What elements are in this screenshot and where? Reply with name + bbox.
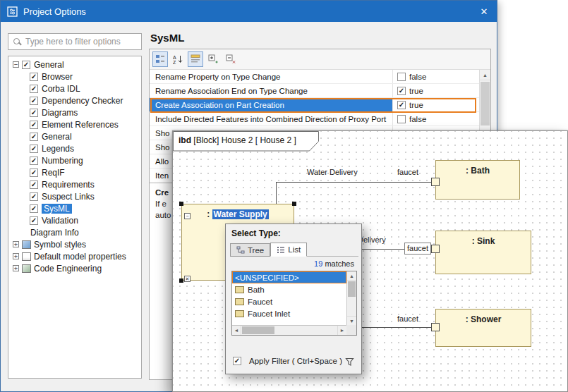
scrollbar-thumb[interactable] — [348, 281, 356, 297]
dialog-title: Project Options — [23, 6, 86, 17]
tree-item-corba-idl[interactable]: ✓Corba IDL — [8, 82, 141, 94]
selection-handle[interactable] — [179, 278, 183, 283]
checkbox-checked[interactable]: ✓ — [397, 87, 406, 95]
port-label-box[interactable]: faucet — [404, 243, 431, 255]
tree-item-general[interactable]: ✓General — [8, 130, 141, 142]
tree-item-requirements[interactable]: ✓Requirements — [8, 178, 141, 190]
group-by-category-icon[interactable] — [152, 51, 168, 67]
part-sink[interactable]: : Sink — [435, 231, 531, 274]
checkbox-checked[interactable]: ✓ — [30, 204, 38, 213]
checkbox-unchecked[interactable] — [397, 115, 406, 123]
list-item-bath[interactable]: Bath — [232, 283, 346, 295]
checkbox-checked[interactable]: ✓ — [30, 157, 38, 165]
tree-item-diagram-info[interactable]: Diagram Info — [8, 226, 141, 238]
scroll-up-icon[interactable]: ▲ — [480, 70, 490, 80]
option-name: Include Directed Features into Combined … — [150, 112, 392, 125]
scroll-left-icon[interactable]: ◄ — [232, 326, 241, 335]
filter-funnel-icon[interactable] — [345, 357, 354, 369]
sort-alphabetically-icon[interactable]: AZ — [170, 51, 186, 67]
selection-handle[interactable] — [292, 202, 296, 206]
checkbox-checked[interactable]: ✓ — [30, 97, 38, 105]
list-horizontal-scrollbar[interactable]: ◄ ► — [232, 325, 346, 335]
tree-item-dependency-checker[interactable]: ✓Dependency Checker — [8, 94, 141, 106]
show-description-icon[interactable] — [188, 51, 203, 67]
tree-item-suspect-links[interactable]: ✓Suspect Links — [8, 190, 141, 202]
checkbox-checked[interactable]: ✓ — [30, 121, 38, 129]
part-bath[interactable]: : Bath — [435, 160, 520, 200]
checkbox-checked[interactable]: ✓ — [30, 169, 38, 177]
scrollbar-thumb[interactable] — [481, 82, 490, 125]
checkbox-checked[interactable]: ✓ — [30, 85, 38, 93]
tree-item-label: Element References — [42, 120, 119, 130]
expand-all-icon[interactable] — [205, 51, 221, 67]
port-label[interactable]: faucet — [397, 314, 418, 323]
table-row[interactable]: Rename Association End on Type Change ✓t… — [150, 84, 479, 98]
list-item-label: <UNSPECIFIED> — [235, 274, 299, 282]
table-row-selected[interactable]: Create Association on Part Creation ✓tru… — [150, 98, 479, 112]
tree-item-sysml-selected[interactable]: ✓SysML — [8, 202, 141, 214]
option-value: true — [409, 87, 423, 95]
tree-item-symbol-styles[interactable]: +Symbol styles — [8, 238, 141, 250]
port-label[interactable]: faucet — [397, 168, 418, 176]
selection-handle[interactable] — [179, 202, 183, 206]
diagram-window[interactable]: ibd [Block] House 2 [ House 2 ] Water De… — [172, 130, 568, 392]
list-item-unspecified[interactable]: <UNSPECIFIED> — [232, 271, 346, 283]
tree-item-label-selected: SysML — [42, 204, 72, 214]
tab-tree[interactable]: Tree — [230, 243, 270, 257]
filter-input[interactable] — [24, 36, 137, 47]
apply-filter-row[interactable]: ✓ Apply Filter ( Ctrl+Space ) — [233, 357, 342, 365]
checkbox-checked[interactable]: ✓ — [30, 133, 38, 141]
collapse-all-icon[interactable] — [223, 51, 238, 67]
close-icon[interactable]: ✕ — [471, 1, 497, 22]
checkbox-checked[interactable]: ✓ — [22, 61, 30, 69]
compartment-toggle-icon[interactable]: − — [184, 213, 191, 219]
diagram-name: [Block] House 2 [ House 2 ] — [191, 135, 296, 145]
tree-item-legends[interactable]: ✓Legends — [8, 142, 141, 154]
tree-item-default-model-properties[interactable]: +Default model properties — [8, 250, 141, 262]
filter-box[interactable] — [8, 33, 142, 50]
port-faucet-shower[interactable] — [431, 323, 440, 331]
checkbox-checked[interactable]: ✓ — [233, 357, 241, 365]
expand-expander-icon[interactable]: + — [13, 265, 19, 271]
scroll-up-icon[interactable]: ▲ — [347, 271, 356, 281]
table-row[interactable]: Rename Property on Type Change false — [150, 70, 479, 84]
expand-expander-icon[interactable]: + — [13, 253, 19, 259]
compartment-toggle-icon[interactable]: ✕ — [184, 276, 191, 282]
title-bar[interactable]: Project Options ✕ — [1, 1, 497, 22]
port-faucet-sink[interactable] — [431, 245, 440, 253]
select-type-dialog[interactable]: Select Type: Tree List 19 matches <UNSPE… — [225, 223, 362, 374]
connector-label[interactable]: Water Delivery — [307, 168, 358, 176]
list-item-faucet-inlet[interactable]: Faucet Inlet — [232, 307, 346, 319]
part-label: : Bath — [436, 166, 519, 176]
list-item-faucet[interactable]: Faucet — [232, 295, 346, 307]
tree-item-reqif[interactable]: ✓ReqIF — [8, 166, 141, 178]
tree-item-numbering[interactable]: ✓Numbering — [8, 154, 141, 166]
checkbox-checked[interactable]: ✓ — [30, 145, 38, 153]
list-vertical-scrollbar[interactable]: ▲ ▼ — [346, 271, 356, 325]
tree-item-code-engineering[interactable]: +Code Engineering — [8, 262, 141, 274]
part-name-editor[interactable]: : Water Supply — [182, 209, 294, 219]
port-faucet-bath[interactable] — [431, 178, 440, 186]
checkbox-checked[interactable]: ✓ — [30, 109, 38, 117]
connector-water-delivery-bath[interactable] — [276, 182, 431, 204]
tree-item-general-root[interactable]: − ✓ General — [8, 59, 141, 71]
scroll-right-icon[interactable]: ► — [337, 326, 346, 335]
checkbox-checked[interactable]: ✓ — [30, 73, 38, 81]
expand-expander-icon[interactable]: + — [13, 241, 19, 247]
checkbox-checked[interactable]: ✓ — [30, 180, 38, 189]
part-shower[interactable]: : Shower — [435, 309, 531, 347]
checkbox-checked[interactable]: ✓ — [30, 216, 38, 225]
tree-item-element-references[interactable]: ✓Element References — [8, 118, 141, 130]
scroll-down-icon[interactable]: ▼ — [347, 316, 356, 325]
tree-item-browser[interactable]: ✓Browser — [8, 71, 141, 82]
checkbox-checked[interactable]: ✓ — [30, 192, 38, 201]
tree-item-validation[interactable]: ✓Validation — [8, 214, 141, 226]
collapse-expander-icon[interactable]: − — [13, 61, 19, 68]
table-row[interactable]: Include Directed Features into Combined … — [150, 112, 479, 126]
checkbox-checked[interactable]: ✓ — [397, 101, 406, 109]
tab-list[interactable]: List — [270, 243, 307, 257]
tree-item-diagrams[interactable]: ✓Diagrams — [8, 106, 141, 118]
block-icon — [235, 310, 244, 317]
scrollbar-thumb[interactable] — [242, 326, 274, 334]
checkbox-unchecked[interactable] — [397, 73, 406, 81]
